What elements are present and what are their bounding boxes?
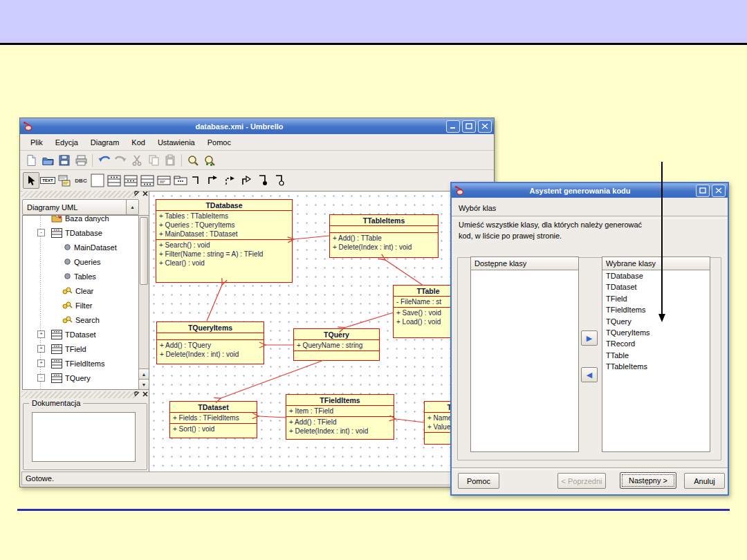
note-tool-icon[interactable]: [56, 172, 73, 189]
expand-expander[interactable]: +: [37, 345, 45, 353]
menu-diagram[interactable]: Diagram: [84, 137, 126, 148]
tree-item-tables[interactable]: Tables: [23, 269, 138, 283]
text-tool-icon[interactable]: TEXT: [39, 172, 56, 189]
uml-class-tdataset[interactable]: TDataset + Fields : TFieldItems + Sort()…: [169, 401, 257, 438]
documentation-textarea[interactable]: [32, 412, 136, 462]
undo-icon[interactable]: [95, 152, 112, 169]
interface-tool-icon[interactable]: [156, 172, 172, 189]
menu-pomoc[interactable]: Pomoc: [201, 137, 237, 148]
uml-tree[interactable]: Baza danych - TDatabase MainDataset Quer…: [22, 215, 139, 390]
dependency-icon[interactable]: [222, 172, 239, 189]
uml-class-tfielditems[interactable]: TFieldItems + Item : TField + Add() : TF…: [286, 394, 394, 440]
tree-item-search[interactable]: Search: [23, 312, 138, 327]
copy-icon[interactable]: [145, 152, 162, 169]
menu-plik[interactable]: Plik: [24, 137, 49, 148]
tree-item-tfield[interactable]: + TField: [23, 342, 138, 356]
uni-association-icon[interactable]: [205, 172, 222, 189]
new-file-icon[interactable]: [23, 152, 39, 169]
maximize-button[interactable]: [462, 120, 476, 133]
expand-expander[interactable]: +: [37, 360, 45, 367]
dialog-maximize-button[interactable]: [696, 185, 710, 197]
menu-ustawienia[interactable]: Ustawienia: [151, 137, 201, 148]
blank-box-icon[interactable]: [89, 172, 106, 189]
aggregation-icon[interactable]: [272, 172, 288, 189]
collapse-expander[interactable]: -: [37, 229, 45, 236]
previous-button[interactable]: < Poprzedni: [557, 473, 606, 489]
available-classes-header[interactable]: Dostępne klasy: [471, 257, 578, 270]
menu-kod[interactable]: Kod: [125, 137, 151, 148]
tree-scroll-up-button[interactable]: ▲: [126, 199, 139, 215]
composition-icon[interactable]: [255, 172, 272, 189]
window-titlebar[interactable]: database.xmi - Umbrello: [20, 118, 494, 134]
uml-class-tquery[interactable]: TQuery + QueryName : string: [293, 328, 380, 361]
generalization-icon[interactable]: [239, 172, 255, 189]
tree-scroll-down-small-button[interactable]: ▼: [138, 379, 149, 390]
tree-dock-controls[interactable]: [133, 190, 149, 197]
minimize-button[interactable]: [446, 120, 460, 133]
wizard-description-line1: Umieść wszystkie klasy, dla których nale…: [459, 221, 642, 229]
operations-compartment: + Add() : TQuery + Delete(Index : int) :…: [157, 340, 264, 360]
dbc-tool[interactable]: DBC: [73, 172, 89, 189]
cut-icon[interactable]: [129, 152, 145, 169]
menu-edycja[interactable]: Edycja: [49, 137, 84, 148]
dialog-close-button[interactable]: [712, 185, 726, 197]
list-item[interactable]: TTable: [602, 350, 710, 361]
wizard-description-line2: kod, w liście po prawej stronie.: [459, 232, 562, 240]
selected-classes-list[interactable]: Wybrane klasy TDatabase TDataset TField …: [602, 256, 710, 452]
tree-item-filter[interactable]: Filter: [23, 298, 138, 312]
menubar: Plik Edycja Diagram Kod Ustawienia Pomoc: [20, 134, 494, 151]
redo-icon[interactable]: [112, 152, 129, 169]
save-icon[interactable]: [56, 152, 73, 169]
list-item[interactable]: TDataset: [602, 281, 710, 292]
tree-scrollbar-thumb[interactable]: [140, 217, 148, 285]
class-tool-icon-2[interactable]: [122, 172, 139, 189]
zoom-in-icon[interactable]: [185, 152, 201, 169]
cancel-button[interactable]: Anuluj: [684, 473, 725, 489]
close-button[interactable]: [478, 120, 492, 133]
select-arrow-icon[interactable]: [23, 172, 39, 189]
tree-item-tdatabase[interactable]: - TDatabase: [23, 225, 138, 240]
tree-item-clear[interactable]: Clear: [23, 283, 138, 298]
association-icon[interactable]: [189, 172, 205, 189]
tree-item-queries[interactable]: Queries: [23, 254, 138, 269]
tree-item-maindataset[interactable]: MainDataset: [23, 240, 138, 254]
attribute-icon: [64, 273, 71, 279]
expand-expander[interactable]: +: [37, 330, 45, 338]
tree-item-tdataset[interactable]: + TDataset: [23, 327, 138, 342]
tree-item-tfielditems[interactable]: + TFieldItems: [23, 356, 138, 371]
list-item[interactable]: TQuery: [602, 316, 710, 327]
tree-view-selector[interactable]: Diagramy UML: [22, 199, 133, 215]
uml-class-tqueryitems[interactable]: TQueryItems + Add() : TQuery + Delete(In…: [156, 321, 264, 364]
open-folder-icon[interactable]: [39, 152, 56, 169]
selected-classes-header[interactable]: Wybrane klasy: [602, 257, 710, 270]
tree-item-baza-danych[interactable]: Baza danych: [23, 215, 138, 225]
class-tool-icon[interactable]: [106, 172, 122, 189]
status-text: Gotowe.: [26, 474, 54, 483]
list-item[interactable]: TDatabase: [602, 270, 710, 281]
collapse-expander[interactable]: -: [37, 374, 45, 382]
available-classes-list[interactable]: Dostępne klasy: [470, 256, 579, 452]
dialog-titlebar[interactable]: Asystent generowania kodu: [452, 183, 728, 198]
print-icon[interactable]: [73, 152, 89, 169]
tree-dock-handle[interactable]: [21, 191, 138, 198]
list-item[interactable]: TTableItems: [602, 361, 710, 372]
list-item[interactable]: TField: [602, 293, 710, 304]
tree-item-tquery[interactable]: - TQuery: [23, 371, 138, 385]
list-item[interactable]: TRecord: [602, 338, 710, 349]
uml-class-ttableitems[interactable]: TTableItems + Add() : TTable + Delete(In…: [329, 214, 439, 258]
next-button[interactable]: Następny >: [620, 472, 676, 489]
package-tool-icon[interactable]: [172, 172, 189, 189]
list-item[interactable]: TFieldItems: [602, 304, 710, 315]
doc-dock-handle[interactable]: [21, 391, 138, 398]
move-right-button[interactable]: ▶: [581, 330, 598, 346]
move-left-button[interactable]: ◀: [581, 367, 598, 382]
paste-icon[interactable]: [162, 152, 178, 169]
class-tool-icon-3[interactable]: [139, 172, 156, 189]
doc-dock-controls[interactable]: [133, 391, 149, 398]
help-button[interactable]: Pomoc: [458, 473, 499, 489]
list-item[interactable]: TQueryItems: [602, 327, 710, 338]
tree-scrollbar[interactable]: [138, 215, 149, 390]
zoom-out-icon[interactable]: [201, 152, 218, 169]
tree-scroll-up-small-button[interactable]: ▲: [138, 368, 149, 380]
uml-class-tdatabase[interactable]: TDatabase + Tables : TTableItems + Queri…: [156, 199, 293, 283]
